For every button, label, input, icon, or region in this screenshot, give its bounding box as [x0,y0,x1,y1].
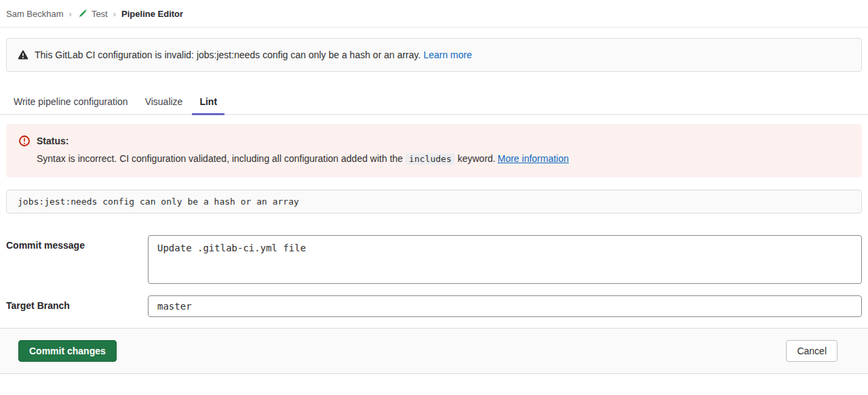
status-body: Syntax is incorrect. CI configuration va… [37,152,851,165]
tab-lint[interactable]: Lint [192,89,224,115]
breadcrumb-separator: › [113,9,116,19]
lint-status-alert: Status: Syntax is incorrect. CI configur… [6,124,862,178]
error-circle-icon [19,136,30,146]
tab-visualize[interactable]: Visualize [138,89,191,115]
status-title: Status: [37,136,68,146]
breadcrumb-project-link[interactable]: Test [92,9,108,19]
banner-text: This GitLab CI configuration is invalid:… [35,49,420,60]
breadcrumb-current-page: Pipeline Editor [121,9,183,19]
target-branch-label: Target Branch [6,295,148,311]
commit-message-textarea[interactable]: Update .gitlab-ci.yml file [148,235,862,284]
commit-changes-button[interactable]: Commit changes [18,340,117,362]
more-information-link[interactable]: More information [498,153,569,164]
learn-more-link[interactable]: Learn more [423,49,472,60]
commit-message-label: Commit message [6,235,148,251]
tab-write-pipeline-configuration[interactable]: Write pipeline configuration [6,89,136,115]
warning-triangle-icon [18,49,28,60]
status-body-text: Syntax is incorrect. CI configuration va… [37,153,403,164]
breadcrumb: Sam Beckham › Test › Pipeline Editor [0,0,868,28]
banner-message: This GitLab CI configuration is invalid:… [35,49,472,61]
commit-form: Commit message Update .gitlab-ci.yml fil… [6,235,862,317]
cancel-button[interactable]: Cancel [786,340,837,362]
invalid-config-banner: This GitLab CI configuration is invalid:… [6,38,862,72]
target-branch-input[interactable] [148,295,862,317]
project-avatar-pencil-icon [77,9,87,19]
lint-error-message-box: jobs:jest:needs config can only be a has… [6,190,862,213]
commit-action-bar: Commit changes Cancel [0,328,868,374]
includes-code-chip: includes [406,153,455,165]
pipeline-editor-tabs: Write pipeline configuration Visualize L… [0,89,868,115]
breadcrumb-separator: › [69,9,72,19]
breadcrumb-group-link[interactable]: Sam Beckham [6,9,64,19]
status-body-text-after: keyword. [458,153,496,164]
